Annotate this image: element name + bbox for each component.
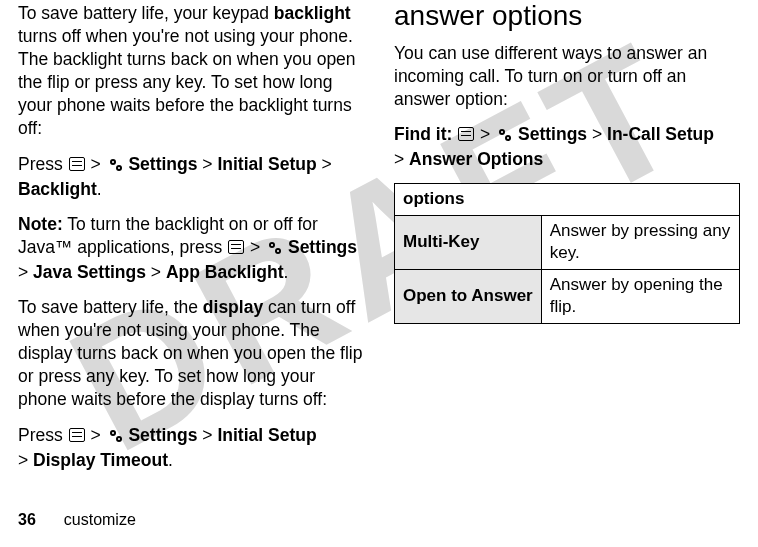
backlight-intro-paragraph: To save battery life, your keypad backli… xyxy=(18,2,364,141)
menu-icon xyxy=(69,157,85,171)
svg-point-11 xyxy=(118,438,120,440)
svg-point-7 xyxy=(277,250,279,252)
right-column: answer options You can use different way… xyxy=(394,2,740,484)
page-footer: 36customize xyxy=(18,511,136,529)
page-number: 36 xyxy=(18,511,36,528)
press-label: Press xyxy=(18,154,68,174)
settings-label: Settings xyxy=(518,124,587,144)
initial-setup-label: Initial Setup xyxy=(217,154,316,174)
gt: > xyxy=(317,154,332,174)
note-paragraph: Note: To turn the backlight on or off fo… xyxy=(18,213,364,284)
option-key: Multi-Key xyxy=(395,215,542,269)
option-desc: Answer by pressing any key. xyxy=(541,215,739,269)
gt: > xyxy=(245,237,265,257)
gear-icon xyxy=(109,426,123,449)
svg-point-6 xyxy=(271,244,273,246)
gear-icon xyxy=(268,238,282,261)
answer-intro-paragraph: You can use different ways to answer an … xyxy=(394,42,740,111)
period: . xyxy=(284,262,289,282)
display-word: display xyxy=(203,297,263,317)
svg-point-10 xyxy=(112,432,114,434)
left-column: To save battery life, your keypad backli… xyxy=(18,2,364,484)
text: To save battery life, your keypad xyxy=(18,3,274,23)
gear-icon xyxy=(498,125,512,148)
table-row: Multi-Key Answer by pressing any key. xyxy=(395,215,740,269)
backlight-path-paragraph: Press > Settings > Initial Setup > Backl… xyxy=(18,153,364,201)
period: . xyxy=(168,450,173,470)
settings-label: Settings xyxy=(128,425,197,445)
table-header-row: options xyxy=(395,184,740,215)
gt: > xyxy=(18,450,28,470)
section-name: customize xyxy=(64,511,136,528)
gt: > xyxy=(197,425,217,445)
gt: > xyxy=(86,425,106,445)
svg-point-15 xyxy=(507,137,509,139)
gt: > xyxy=(587,124,607,144)
initial-setup-label: Initial Setup xyxy=(217,425,316,445)
options-header: options xyxy=(395,184,740,215)
find-it-paragraph: Find it: > Settings > In-Call Setup> Ans… xyxy=(394,123,740,171)
java-settings-label: Java Settings xyxy=(33,262,146,282)
gt: > xyxy=(475,124,495,144)
in-call-setup-label: In-Call Setup xyxy=(607,124,714,144)
gt: > xyxy=(86,154,106,174)
answer-options-heading: answer options xyxy=(394,2,740,30)
svg-point-2 xyxy=(112,161,114,163)
menu-icon xyxy=(69,428,85,442)
backlight-menu-label: Backlight xyxy=(18,179,97,199)
text: To save battery life, the xyxy=(18,297,203,317)
table-row: Open to Answer Answer by opening the fli… xyxy=(395,269,740,323)
options-table: options Multi-Key Answer by pressing any… xyxy=(394,183,740,323)
display-timeout-label: Display Timeout xyxy=(33,450,168,470)
gear-icon xyxy=(109,155,123,178)
display-path-paragraph: Press > Settings > Initial Setup> Displa… xyxy=(18,424,364,472)
period: . xyxy=(97,179,102,199)
display-intro-paragraph: To save battery life, the display can tu… xyxy=(18,296,364,411)
backlight-word: backlight xyxy=(274,3,351,23)
svg-point-3 xyxy=(118,167,120,169)
menu-icon xyxy=(228,240,244,254)
settings-label: Settings xyxy=(288,237,357,257)
text: turns off when you're not using your pho… xyxy=(18,26,356,138)
press-label: Press xyxy=(18,425,68,445)
option-desc: Answer by opening the flip. xyxy=(541,269,739,323)
gt: > xyxy=(197,154,217,174)
option-key: Open to Answer xyxy=(395,269,542,323)
svg-point-14 xyxy=(501,131,503,133)
gt: > xyxy=(394,149,404,169)
find-it-label: Find it: xyxy=(394,124,452,144)
note-label: Note: xyxy=(18,214,63,234)
menu-icon xyxy=(458,127,474,141)
settings-label: Settings xyxy=(128,154,197,174)
answer-options-label: Answer Options xyxy=(409,149,543,169)
gt: > xyxy=(146,262,166,282)
app-backlight-label: App Backlight xyxy=(166,262,284,282)
page-content: To save battery life, your keypad backli… xyxy=(0,0,758,484)
gt: > xyxy=(18,262,28,282)
